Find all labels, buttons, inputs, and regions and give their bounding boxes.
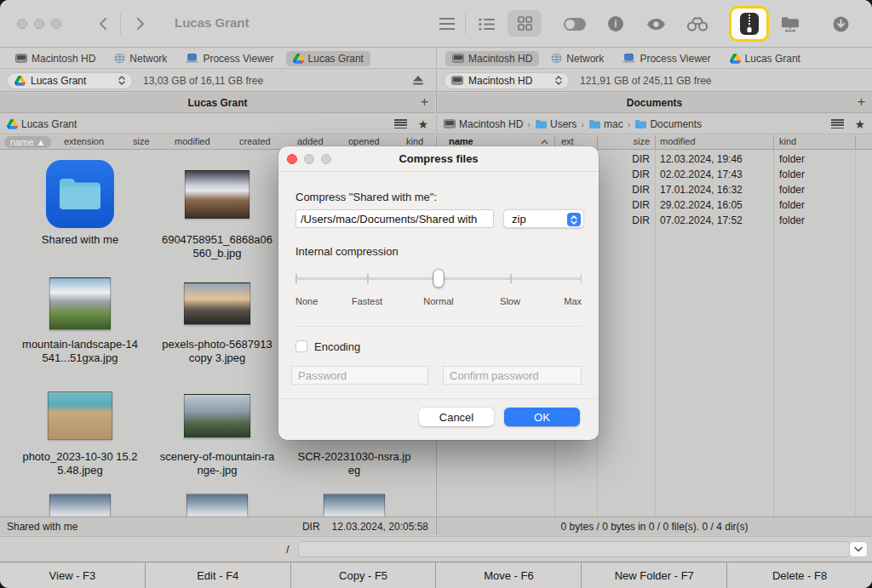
tab-process-viewer[interactable]: Process Viewer: [179, 51, 280, 66]
dialog-zoom-button[interactable]: [321, 154, 331, 164]
password-input[interactable]: [291, 366, 428, 385]
archive-format-select[interactable]: zip: [503, 209, 584, 228]
delete-f8-button[interactable]: Delete - F8: [726, 562, 872, 588]
move-f6-button[interactable]: Move - F6: [435, 562, 581, 588]
tab-process-viewer[interactable]: Process Viewer: [616, 51, 717, 66]
preview-button[interactable]: [646, 12, 666, 36]
new-folder-f7-button[interactable]: New Folder - F7: [581, 562, 726, 588]
left-drive-selector[interactable]: Lucas Grant: [7, 72, 133, 89]
column-header-name[interactable]: name: [449, 136, 473, 146]
slider-thumb[interactable]: [433, 269, 445, 288]
pane-title: Lucas Grant: [187, 97, 247, 109]
favorites-star-icon[interactable]: ★: [417, 118, 428, 130]
breadcrumb-item[interactable]: Documents: [634, 118, 702, 130]
dialog-close-button[interactable]: [287, 154, 297, 164]
menu-button[interactable]: [439, 12, 455, 36]
panel-toggle-button[interactable]: [564, 12, 586, 36]
file-item-partial[interactable]: [149, 482, 285, 517]
column-divider[interactable]: [655, 135, 656, 149]
column-header[interactable]: created: [239, 136, 271, 146]
search-button[interactable]: [686, 12, 708, 36]
column-divider[interactable]: [855, 135, 856, 149]
column-header[interactable]: extension: [64, 136, 104, 146]
breadcrumb-item[interactable]: Users: [535, 118, 577, 130]
confirm-password-input[interactable]: [443, 366, 582, 385]
favorites-star-icon[interactable]: ★: [854, 118, 865, 130]
cell-modified: 29.02.2024, 16:05: [660, 199, 743, 211]
tab-network[interactable]: Network: [107, 51, 174, 66]
file-item[interactable]: photo_2023-10-30 15.25.48.jpeg: [12, 383, 148, 478]
ok-button[interactable]: OK: [504, 408, 580, 426]
info-button[interactable]: i: [608, 12, 623, 36]
file-name: SCR-20231030-nsra.jpeg: [296, 450, 412, 478]
column-header[interactable]: kind: [779, 136, 796, 146]
tab-lucas-grant-active[interactable]: Lucas Grant: [286, 51, 370, 66]
downloads-button[interactable]: [833, 12, 849, 36]
breadcrumb-item[interactable]: Macintosh HD: [444, 118, 523, 130]
column-header-name-sorted[interactable]: name ▲: [4, 136, 51, 148]
forward-button[interactable]: [130, 14, 151, 34]
menu-icon: [439, 18, 455, 30]
tab-network[interactable]: Network: [544, 51, 611, 66]
image-thumbnail: [49, 494, 111, 517]
folder-icon: [634, 119, 646, 128]
column-header[interactable]: modified: [660, 136, 696, 146]
function-key-bar: View - F3 Edit - F4 Copy - F5 Move - F6 …: [0, 562, 872, 588]
cancel-button[interactable]: Cancel: [419, 408, 494, 426]
list-view-button[interactable]: [479, 12, 495, 36]
compress-button-highlighted[interactable]: [729, 6, 769, 42]
close-window-button[interactable]: [17, 19, 27, 29]
column-header[interactable]: size: [607, 136, 650, 146]
file-item[interactable]: pexels-photo-5687913 copy 3.jpeg: [149, 271, 285, 366]
breadcrumb-item[interactable]: Lucas Grant: [7, 118, 77, 130]
file-item-shared-with-me[interactable]: Shared with me: [12, 157, 148, 247]
view-options-icon[interactable]: [394, 119, 407, 128]
eject-button[interactable]: [412, 75, 424, 86]
column-header[interactable]: ext: [561, 136, 574, 146]
breadcrumb-label: Lucas Grant: [21, 118, 77, 130]
right-status-bar: 0 bytes / 0 bytes in 0 / 0 file(s). 0 / …: [436, 517, 872, 535]
encoding-checkbox[interactable]: [295, 340, 307, 352]
google-drive-icon: [293, 54, 304, 64]
add-tab-button[interactable]: +: [421, 94, 428, 110]
file-item-partial[interactable]: [286, 482, 422, 517]
tab-macintosh-hd-active[interactable]: Macintosh HD: [445, 51, 539, 66]
column-header[interactable]: size: [133, 136, 150, 146]
dialog-minimize-button[interactable]: [304, 154, 314, 164]
file-item[interactable]: scenery-of-mountain-range-.jpg: [149, 383, 285, 478]
column-header[interactable]: added: [297, 136, 324, 146]
path-history-button[interactable]: [849, 541, 868, 557]
slider-tick: [581, 274, 582, 283]
compression-slider[interactable]: [295, 269, 582, 288]
back-button[interactable]: [92, 14, 112, 34]
sort-ascending-icon: [541, 140, 548, 145]
breadcrumb-item[interactable]: mac: [588, 118, 623, 130]
image-thumbnail: [324, 494, 385, 517]
copy-f5-button[interactable]: Copy - F5: [290, 562, 436, 588]
archive-path-input[interactable]: [295, 209, 494, 228]
add-tab-button[interactable]: +: [858, 94, 865, 110]
slider-label-none: None: [295, 296, 318, 306]
column-header[interactable]: opened: [348, 136, 380, 146]
column-header[interactable]: modified: [175, 136, 210, 146]
command-path-input[interactable]: [298, 541, 850, 557]
cell-size: DIR: [607, 153, 650, 165]
file-item[interactable]: mountain-landscape-14541...51gxa.jpg: [12, 271, 148, 366]
right-drive-selector[interactable]: Macintosh HD: [444, 72, 570, 89]
tab-macintosh-hd[interactable]: Macintosh HD: [9, 51, 102, 66]
minimize-window-button[interactable]: [34, 19, 44, 29]
file-item-partial[interactable]: [12, 482, 148, 517]
grid-view-button-active[interactable]: [508, 10, 542, 37]
view-f3-button[interactable]: View - F3: [0, 562, 145, 588]
file-item[interactable]: 6904758951_6868a06560_b.jpg: [149, 157, 285, 261]
network-connect-button[interactable]: [780, 12, 800, 36]
view-options-icon[interactable]: [831, 119, 844, 128]
laptop-icon: [622, 54, 635, 63]
column-header[interactable]: kind: [406, 136, 423, 146]
tab-lucas-grant[interactable]: Lucas Grant: [723, 51, 807, 66]
path-bar: /: [0, 536, 872, 561]
column-divider[interactable]: [773, 135, 774, 149]
zoom-window-button[interactable]: [51, 19, 61, 29]
edit-f4-button[interactable]: Edit - F4: [145, 562, 290, 588]
cell-kind: folder: [779, 214, 805, 226]
